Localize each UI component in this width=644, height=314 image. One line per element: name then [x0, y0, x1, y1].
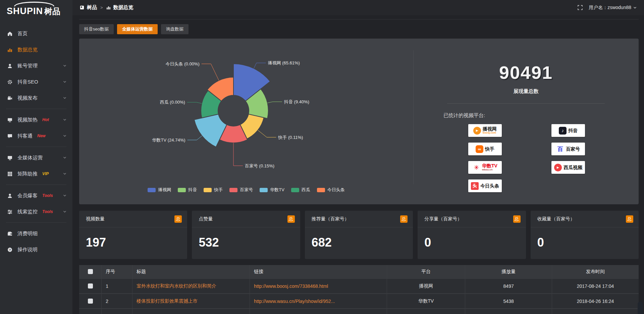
total-badge: 总: [174, 215, 182, 223]
data-tabs: 抖音seo数据 全媒体运营数据 询盘数据: [79, 24, 639, 34]
hot-badge: Hot: [42, 117, 49, 122]
sidebar-item-label: 线索监控: [17, 209, 38, 215]
chevron-down-icon: [63, 64, 66, 67]
bar-chart-icon: [7, 47, 13, 52]
label-line: [258, 130, 276, 137]
sidebar-item-video-publish[interactable]: 视频发布: [0, 90, 72, 106]
row-checkbox[interactable]: [88, 283, 93, 289]
tab-douyin-seo-data[interactable]: 抖音seo数据: [79, 24, 114, 34]
legend-item-今日头条[interactable]: 今日头条: [317, 187, 345, 193]
baijiahao-logo-icon: 百: [556, 145, 564, 153]
chevron-down-icon: [63, 210, 66, 213]
rose-chart[interactable]: 播视网 (65.61%)抖音 (9.40%)快手 (0.11%)百家号 (0.1…: [79, 39, 413, 204]
video-url-link[interactable]: http://www.boosj.com/7338468.html: [254, 283, 328, 289]
platform-kuaishou: ∞ 快手: [468, 143, 502, 155]
cell-plays: 5438: [465, 294, 552, 309]
card-favorites: 收藏量（百家号）总 0: [531, 211, 639, 259]
chevron-down-icon: [63, 118, 66, 121]
row-checkbox[interactable]: [88, 299, 93, 304]
menu-divider: [6, 109, 66, 109]
platform-toutiao: 头 今日头条: [468, 179, 502, 192]
cell-plays: 8497: [465, 278, 552, 294]
header-publish-time: 发布时间: [552, 265, 639, 278]
gear-icon: [7, 79, 13, 85]
legend-label: 百家号: [240, 187, 253, 193]
legend-swatch: [229, 188, 237, 192]
tab-omnimedia-data[interactable]: 全媒体运营数据: [117, 24, 158, 34]
sidebar-item-label: 账号管理: [17, 63, 38, 69]
pie-label: 快手 (0.11%): [278, 135, 303, 140]
tools-badge: Tools: [42, 193, 53, 198]
video-table: 序号 标题 链接 平台 播放量 发布时间 1 室外水纹灯和室内水纹灯的区别和简介…: [79, 265, 639, 314]
legend-label: 西瓜: [302, 187, 310, 193]
tab-inquiry-data[interactable]: 询盘数据: [161, 24, 189, 34]
monitor-icon: [7, 155, 13, 160]
rose-chart-svg[interactable]: 播视网 (65.61%)抖音 (9.40%)快手 (0.11%)百家号 (0.1…: [79, 39, 413, 186]
card-shares: 分享量（百家号）总 0: [418, 211, 526, 259]
chevron-down-icon: [63, 80, 66, 84]
total-impressions-value: 90491: [413, 62, 639, 83]
legend-item-华数TV[interactable]: 华数TV: [260, 187, 284, 193]
kuaishou-logo-icon: ∞: [476, 145, 483, 153]
cell-no: 2: [102, 294, 132, 309]
sidebar-item-douyin-seo[interactable]: 抖音SEO: [0, 74, 72, 90]
sidebar-item-label: 视频发布: [17, 95, 38, 101]
sidebar: SHUPIN树品 首页 数据总览 账号管理 抖音SEO 视频发布: [0, 0, 72, 314]
sidebar-item-label: 会员爆客: [17, 193, 38, 199]
legend-item-播视网[interactable]: 播视网: [148, 187, 171, 193]
video-url-link[interactable]: http://www.wasu.cn/Play/show/id/952...: [254, 299, 335, 304]
tools-badge: Tools: [42, 209, 53, 214]
person-icon: [7, 193, 13, 198]
chevron-down-icon: [63, 96, 66, 100]
cell-time: 2018-04-26 16:24: [552, 294, 639, 309]
sidebar-item-lead-monitoring[interactable]: 线索监控 Tools: [0, 204, 72, 220]
app-logo[interactable]: SHUPIN树品: [0, 0, 72, 21]
svg-text:?: ?: [9, 248, 11, 251]
grid-icon: [7, 171, 13, 176]
breadcrumb: 树品 > 数据总览: [80, 4, 133, 11]
cell-platform: 播视网: [387, 278, 465, 294]
sidebar-item-video-heating[interactable]: 视频加热 Hot: [0, 112, 72, 128]
video-camera-icon: [7, 95, 13, 101]
table-row: 1 室外水纹灯和室内水纹灯的区别和简介 http://www.boosj.com…: [79, 278, 639, 294]
select-all-checkbox[interactable]: [88, 269, 93, 274]
legend-item-快手[interactable]: 快手: [204, 187, 223, 193]
breadcrumb-home[interactable]: 树品: [87, 4, 97, 11]
content-divider: [79, 19, 639, 19]
sidebar-item-doucktong[interactable]: 抖客通 New: [0, 128, 72, 144]
sidebar-item-home[interactable]: 首页: [0, 25, 72, 42]
sidebar-item-member-growth[interactable]: 会员爆客 Tools: [0, 188, 72, 204]
legend-swatch: [178, 188, 186, 192]
legend-label: 抖音: [188, 187, 197, 193]
video-title-link[interactable]: 楼体投影灯投影效果震撼上市: [137, 298, 198, 304]
sidebar-item-account-management[interactable]: 账号管理: [0, 58, 72, 74]
legend-item-西瓜[interactable]: 西瓜: [291, 187, 310, 193]
platform-boosj: ▶ 播视网boosj.com: [468, 124, 502, 137]
wasu-logo-icon: ✳: [473, 164, 480, 171]
sidebar-item-matrix-boost[interactable]: 矩阵助推 VIP: [0, 166, 72, 182]
pie-slice-华数TV[interactable]: [194, 114, 227, 147]
pie-label: 华数TV (24.74%): [152, 138, 185, 143]
card-value: 0: [418, 227, 526, 250]
sidebar-item-spending-details[interactable]: 消费明细: [0, 225, 72, 242]
total-badge: 总: [513, 215, 521, 223]
legend-label: 今日头条: [327, 187, 345, 193]
username-menu[interactable]: 用户名：zswodun88: [589, 5, 637, 11]
fullscreen-icon[interactable]: [578, 5, 583, 10]
bar-chart-icon: [106, 5, 111, 10]
panel-divider: [413, 50, 414, 184]
pie-label: 百家号 (0.15%): [245, 163, 274, 168]
scrollbar[interactable]: [638, 302, 643, 314]
sidebar-item-label: 矩阵助推: [17, 171, 38, 177]
sidebar-item-data-overview[interactable]: 数据总览: [0, 42, 72, 58]
sidebar-item-omnimedia-operation[interactable]: 全媒体运营: [0, 150, 72, 166]
legend-item-百家号[interactable]: 百家号: [229, 187, 253, 193]
sidebar-item-instructions[interactable]: ? 操作说明: [0, 242, 72, 258]
chart-legend: 播视网抖音快手百家号华数TV西瓜今日头条: [79, 187, 413, 193]
sidebar-item-label: 全媒体运营: [17, 155, 43, 161]
chat-bubble-icon: [7, 133, 13, 139]
sidebar-item-label: 消费明细: [17, 230, 38, 237]
legend-item-抖音[interactable]: 抖音: [178, 187, 197, 193]
video-title-link[interactable]: 室外水纹灯和室内水纹灯的区别和简介: [137, 283, 216, 289]
total-badge: 总: [400, 215, 408, 223]
